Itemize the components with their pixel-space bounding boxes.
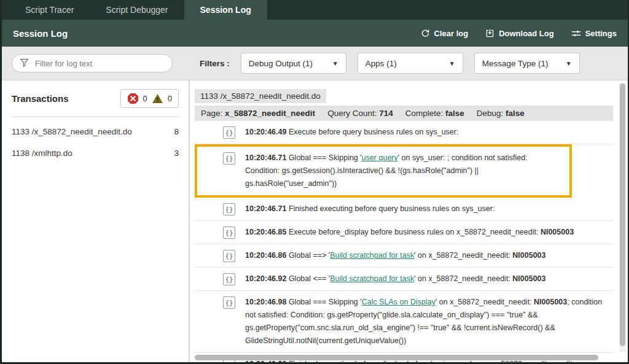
business-rule-link[interactable]: Calc SLAs on Display (362, 298, 436, 306)
transaction-info-bar: Page: x_58872_needit_needitQuery Count: … (195, 106, 613, 121)
log-entry: {}10:20:46.86 Global ==> 'Build scratchp… (195, 244, 613, 268)
header-actions: Clear logDownload LogSettings (421, 29, 617, 38)
transaction-section-header: 1133 /x_58872_needit_needit.do (195, 89, 326, 103)
page-info-item: Query Count: 714 (327, 109, 393, 118)
filter-dropdowns: Debug Output (1)▼Apps (1)▼Message Type (… (230, 53, 580, 74)
warning-icon (152, 93, 163, 104)
log-entry-text: 10:20:46.49 Execute before query busines… (245, 126, 458, 139)
error-icon (127, 93, 139, 104)
log-entry: {}10:20:46.85 Execute before_display bef… (195, 221, 613, 244)
dropdown-value: Message Type (1) (482, 59, 549, 68)
json-object-icon[interactable]: {} (223, 250, 235, 262)
transaction-count: 3 (174, 149, 179, 158)
log-entry-list: {}10:20:46.49 Execute before query busin… (195, 121, 613, 362)
log-entry: {}10:20:46.49 Execute before query busin… (195, 121, 613, 144)
json-object-icon[interactable]: {} (223, 227, 235, 239)
vertical-scrollbar[interactable] (619, 83, 626, 352)
debug-output-filter-dropdown[interactable]: Debug Output (1)▼ (241, 53, 346, 74)
warning-count: 0 (168, 94, 172, 103)
log-entry: {}10:20:46.71 Finished executing before … (195, 198, 613, 221)
log-filter-search[interactable] (12, 54, 173, 72)
horizontal-scrollbar[interactable] (195, 355, 611, 360)
page-title: Session Log (13, 28, 68, 39)
sliders-icon (571, 29, 581, 38)
sidebar-divider (12, 117, 179, 117)
transaction-row[interactable]: 1133 /x_58872_needit_needit.do8 (12, 121, 179, 142)
business-rule-link[interactable]: Build scratchpad for task (330, 274, 414, 283)
log-panel: 1133 /x_58872_needit_needit.do Page: x_5… (190, 80, 628, 362)
page-info-item: Complete: false (405, 109, 464, 118)
content-area: Transactions 0 0 1133 /x_58872_needit_ne… (2, 80, 628, 362)
transaction-list: 1133 /x_58872_needit_needit.do81138 /xml… (12, 121, 179, 164)
chevron-down-icon: ▼ (566, 60, 572, 67)
log-filter-input[interactable] (34, 58, 165, 69)
transaction-row[interactable]: 1138 /xmlhttp.do3 (12, 142, 179, 164)
tab-script-debugger[interactable]: Script Debugger (90, 0, 184, 20)
apps-filter-dropdown[interactable]: Apps (1)▼ (357, 53, 463, 74)
log-entry-text: 10:20:46.92 Global <== 'Build scratchpad… (245, 273, 546, 285)
download-icon (485, 29, 494, 38)
log-entry-text: 10:20:46.71 Finished executing before qu… (245, 203, 495, 215)
json-object-icon[interactable]: {} (223, 273, 235, 285)
funnel-icon (20, 58, 29, 69)
json-object-icon[interactable]: {} (223, 152, 235, 165)
json-object-icon[interactable]: {} (223, 203, 235, 215)
message-type-filter-dropdown[interactable]: Message Type (1)▼ (474, 53, 580, 74)
page-info-item: Page: x_58872_needit_needit (201, 109, 315, 118)
business-rule-link[interactable]: Build scratchpad for task (330, 251, 414, 260)
dropdown-value: Debug Output (1) (249, 59, 313, 68)
business-rule-link[interactable]: user query (362, 153, 398, 162)
log-entry: {}10:20:46.71 Global === Skipping 'user … (195, 144, 572, 198)
transactions-title: Transactions (12, 93, 69, 104)
error-count: 0 (143, 94, 147, 103)
json-object-icon[interactable]: {} (223, 126, 235, 139)
transaction-label: 1133 /x_58872_needit_needit.do (12, 127, 132, 136)
transactions-sidebar: Transactions 0 0 1133 /x_58872_needit_ne… (2, 80, 190, 362)
error-warning-badge: 0 0 (120, 89, 179, 108)
clear-log-button[interactable]: Clear log (421, 29, 469, 38)
json-object-icon[interactable]: {} (223, 296, 235, 309)
log-entry: {}10:20:46.92 Global <== 'Build scratchp… (195, 268, 613, 291)
tab-script-tracer[interactable]: Script Tracer (9, 0, 90, 20)
filters-label: Filters : (200, 59, 230, 68)
log-entry-text: 10:20:46.85 Execute before_display befor… (245, 226, 574, 239)
download-log-button[interactable]: Download Log (485, 29, 554, 38)
dropdown-value: Apps (1) (365, 59, 397, 68)
log-entry-text: 10:20:46.86 Global ==> 'Build scratchpad… (245, 249, 546, 262)
page-info-item: Debug: false (477, 109, 525, 118)
log-entry-text: 10:20:46.98 Global === Skipping 'Calc SL… (245, 296, 607, 347)
log-entry-text: 10:20:46.71 Global === Skipping 'user qu… (245, 152, 563, 190)
log-entry: {}10:20:46.98 Global === Skipping 'Calc … (195, 291, 613, 353)
filter-bar: Filters : Debug Output (1)▼Apps (1)▼Mess… (2, 47, 628, 80)
vertical-scrollbar-thumb[interactable] (620, 83, 625, 346)
chevron-down-icon: ▼ (449, 60, 455, 67)
session-log-window: Script TracerScript DebuggerSession Log … (0, 0, 629, 364)
transaction-label: 1138 /xmlhttp.do (12, 149, 72, 158)
top-tab-bar: Script TracerScript DebuggerSession Log (2, 0, 628, 20)
chevron-down-icon: ▼ (332, 60, 338, 67)
refresh-icon (421, 29, 430, 38)
horizontal-scrollbar-thumb[interactable] (195, 355, 598, 360)
settings-button[interactable]: Settings (571, 29, 617, 38)
transactions-header: Transactions 0 0 (12, 89, 179, 108)
tab-session-log[interactable]: Session Log (184, 0, 267, 20)
session-log-header: Session Log Clear logDownload LogSetting… (2, 20, 628, 47)
transaction-count: 8 (174, 127, 179, 136)
